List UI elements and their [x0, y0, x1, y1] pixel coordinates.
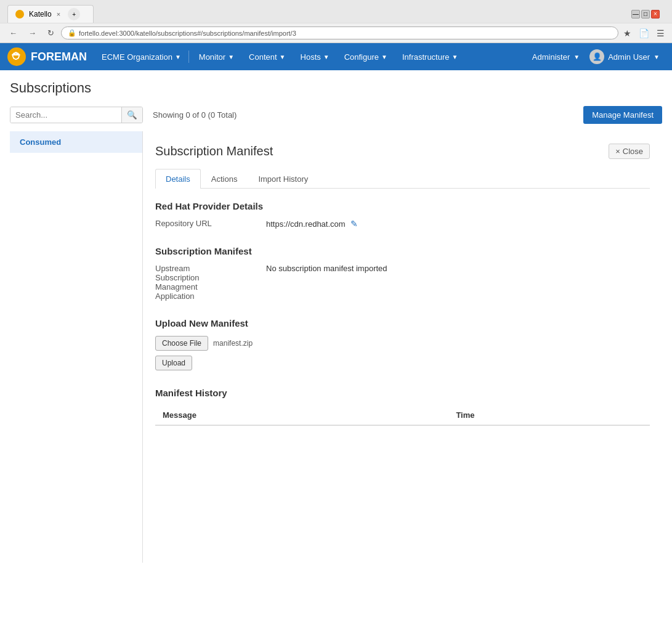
- hosts-arrow: ▼: [323, 54, 330, 60]
- window-controls: — □ ×: [631, 10, 660, 18]
- browser-tabbar: Katello × + — □ ×: [0, 0, 672, 23]
- forward-btn[interactable]: →: [24, 26, 41, 40]
- history-table: Message Time: [155, 406, 650, 426]
- nav-hosts-label: Hosts: [301, 52, 321, 62]
- infrastructure-arrow: ▼: [452, 54, 458, 60]
- tab-details[interactable]: Details: [155, 169, 201, 189]
- sidebar-item-consumed[interactable]: Consumed: [10, 131, 142, 153]
- url-lock-icon: 🔒: [68, 29, 76, 37]
- content-arrow: ▼: [280, 54, 286, 60]
- upstream-label-line4: Application: [155, 292, 266, 301]
- history-col-message: Message: [155, 406, 448, 425]
- org-dropdown-arrow: ▼: [175, 54, 181, 60]
- org-selector[interactable]: ECME Organization ▼: [97, 50, 186, 64]
- configure-arrow: ▼: [381, 54, 387, 60]
- upload-button[interactable]: Upload: [155, 356, 192, 370]
- administer-btn[interactable]: Administer ▼: [527, 50, 585, 64]
- search-button[interactable]: 🔍: [121, 107, 142, 123]
- monitor-arrow: ▼: [228, 54, 234, 60]
- file-input-row: Choose File manifest.zip: [155, 336, 650, 351]
- bookmark-btn[interactable]: ★: [621, 27, 634, 39]
- tab-actions[interactable]: Actions: [201, 169, 248, 189]
- app-header: ⛑ FOREMAN ECME Organization ▼ Monitor ▼ …: [0, 43, 672, 70]
- upload-section: Upload New Manifest Choose File manifest…: [155, 318, 650, 370]
- subscriptions-toolbar: 🔍 Showing 0 of 0 (0 Total) Manage Manife…: [10, 106, 662, 124]
- nav-hosts[interactable]: Hosts ▼: [293, 43, 337, 70]
- repository-url-row: Repository URL https://cdn.redhat.com ✎: [155, 219, 650, 229]
- modal-panel: Subscription Manifest × Close Details Ac…: [143, 131, 662, 563]
- upstream-label-line1: Upstream: [155, 264, 266, 273]
- nav-monitor-label: Monitor: [199, 52, 225, 62]
- user-menu-btn[interactable]: 👤 Admin User ▼: [585, 47, 665, 67]
- user-section: Administer ▼ 👤 Admin User ▼: [527, 47, 665, 67]
- modal-title: Subscription Manifest: [155, 144, 273, 158]
- close-button[interactable]: × Close: [609, 144, 650, 159]
- tab-details-label: Details: [166, 174, 190, 184]
- provider-details-section: Red Hat Provider Details Repository URL …: [155, 201, 650, 229]
- page-title: Subscriptions: [10, 80, 662, 96]
- subscription-manifest-section: Subscription Manifest Upstream Subscript…: [155, 246, 650, 301]
- nav-menu: Monitor ▼ Content ▼ Hosts ▼ Configure ▼ …: [192, 43, 527, 70]
- browser-toolbar: ← → ↻ 🔒 fortello.devel:3000/katello/subs…: [0, 23, 672, 43]
- refresh-btn[interactable]: ↻: [43, 26, 59, 40]
- main-layout: Consumed Subscription Manifest × Close D…: [10, 131, 662, 563]
- upstream-label-line2: Subscription: [155, 273, 266, 282]
- administer-label: Administer: [532, 52, 570, 62]
- close-icon: ×: [615, 147, 620, 156]
- upstream-label-line3: Managment: [155, 282, 266, 292]
- administer-arrow: ▼: [573, 54, 580, 60]
- edit-url-icon[interactable]: ✎: [350, 219, 358, 229]
- restore-btn[interactable]: □: [641, 10, 650, 18]
- manage-manifest-button[interactable]: Manage Manifest: [583, 106, 662, 124]
- upstream-label: Upstream Subscription Managment Applicat…: [155, 264, 266, 301]
- history-title: Manifest History: [155, 388, 650, 398]
- user-avatar: 👤: [589, 49, 604, 64]
- repository-url-value: https://cdn.redhat.com ✎: [266, 219, 358, 229]
- app-logo: ⛑ FOREMAN: [7, 47, 87, 66]
- tab-label: Katello: [29, 10, 52, 18]
- nav-configure[interactable]: Configure ▼: [337, 43, 395, 70]
- tabs: Details Actions Import History: [155, 169, 650, 189]
- upstream-row: Upstream Subscription Managment Applicat…: [155, 264, 650, 301]
- back-btn[interactable]: ←: [5, 26, 22, 40]
- file-name-label: manifest.zip: [213, 339, 253, 348]
- tab-actions-label: Actions: [211, 174, 238, 184]
- extensions-btn[interactable]: 📄: [636, 27, 652, 39]
- repository-url-text: https://cdn.redhat.com: [266, 219, 346, 229]
- choose-file-button[interactable]: Choose File: [155, 336, 208, 351]
- close-label: Close: [623, 147, 643, 156]
- upload-title: Upload New Manifest: [155, 318, 650, 328]
- nav-monitor[interactable]: Monitor ▼: [192, 43, 241, 70]
- nav-configure-label: Configure: [344, 52, 379, 62]
- upstream-value: No subscription manifest imported: [266, 264, 387, 273]
- history-table-header-row: Message Time: [155, 406, 650, 425]
- header-separator: [188, 51, 189, 63]
- search-input[interactable]: [10, 107, 121, 123]
- page-content: Subscriptions 🔍 Showing 0 of 0 (0 Total)…: [0, 70, 672, 587]
- close-btn-win[interactable]: ×: [651, 10, 660, 18]
- new-tab-btn[interactable]: +: [68, 8, 80, 20]
- app-name: FOREMAN: [31, 51, 87, 63]
- history-section: Manifest History Message Time: [155, 388, 650, 426]
- tab-import-history-label: Import History: [258, 174, 308, 184]
- browser-tab[interactable]: Katello × +: [7, 5, 94, 23]
- minimize-btn[interactable]: —: [631, 10, 640, 18]
- nav-infrastructure[interactable]: Infrastructure ▼: [395, 43, 466, 70]
- tab-import-history[interactable]: Import History: [248, 169, 318, 189]
- provider-details-title: Red Hat Provider Details: [155, 201, 650, 211]
- sidebar-item-consumed-label: Consumed: [20, 137, 61, 147]
- user-arrow: ▼: [654, 54, 660, 60]
- history-col-time: Time: [448, 406, 650, 425]
- nav-content[interactable]: Content ▼: [241, 43, 293, 70]
- subscription-manifest-title: Subscription Manifest: [155, 246, 650, 256]
- menu-btn[interactable]: ☰: [654, 27, 667, 39]
- sidebar: Consumed: [10, 131, 143, 563]
- org-name: ECME Organization: [102, 52, 172, 62]
- tab-close-btn[interactable]: ×: [57, 10, 60, 18]
- url-bar[interactable]: 🔒 fortello.devel:3000/katello/subscripti…: [61, 27, 618, 39]
- logo-icon: ⛑: [7, 47, 26, 66]
- user-name: Admin User: [608, 52, 650, 62]
- tab-favicon: [15, 10, 24, 18]
- search-box: 🔍: [10, 107, 143, 123]
- showing-text: Showing 0 of 0 (0 Total): [153, 110, 578, 120]
